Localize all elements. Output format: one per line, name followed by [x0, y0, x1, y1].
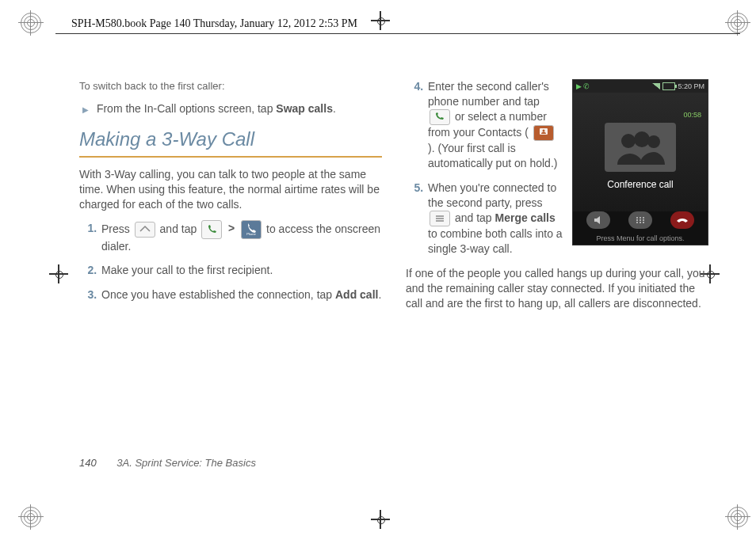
svg-point-5 [640, 217, 641, 219]
swap-calls-instruction: ▶ From the In-Call options screen, tap S… [79, 101, 382, 116]
heading-rule [79, 156, 382, 158]
status-bar: ▶ ✆ 5:20 PM [573, 80, 708, 93]
svg-point-2 [634, 131, 650, 147]
s5b: and tap [455, 211, 495, 224]
svg-point-8 [640, 219, 641, 221]
registration-mark-top-left [21, 13, 41, 33]
call-elapsed: 00:58 [683, 110, 701, 120]
triangle-bullet-icon: ▶ [82, 105, 94, 114]
svg-point-12 [643, 222, 644, 223]
footer-section-title: 3A. Sprint Service: The Basics [116, 457, 256, 469]
steps-list-left: Press and tap > Phone to access the onsc… [79, 220, 382, 303]
step-3: Once you have established the connection… [100, 287, 382, 302]
signal-icon [652, 83, 660, 89]
mute-button[interactable] [586, 211, 610, 229]
registration-mark-bottom-left [21, 507, 41, 527]
phone-call-icon [201, 220, 222, 239]
swap-pre: From the In-Call options screen, tap [97, 102, 276, 115]
dial-call-icon [430, 109, 450, 125]
conference-avatar [605, 123, 676, 172]
status-time: 5:20 PM [678, 82, 704, 91]
end-call-button[interactable] [670, 211, 694, 229]
header-rule [55, 33, 740, 34]
crop-cross-bottom [371, 510, 390, 529]
svg-point-7 [636, 219, 638, 221]
step3-post: . [378, 288, 381, 301]
s5c: to combine both calls into a single 3-wa… [428, 227, 563, 255]
content-area: To switch back to the first caller: ▶ Fr… [79, 79, 708, 469]
running-head: SPH-M580.book Page 140 Thursday, January… [71, 17, 357, 30]
switch-back-lead: To switch back to the first caller: [79, 79, 382, 93]
svg-point-4 [636, 217, 638, 219]
svg-point-11 [640, 222, 641, 223]
swap-post: . [333, 102, 336, 115]
step1-pre: Press [101, 222, 133, 234]
intro-paragraph: With 3-Way calling, you can talk to two … [79, 167, 382, 212]
page-number: 140 [79, 457, 97, 469]
status-right: 5:20 PM [652, 82, 704, 91]
breadcrumb-caret: > [228, 221, 235, 236]
registration-mark-bottom-right [727, 507, 748, 527]
step-1: Press and tap > Phone to access the onsc… [100, 220, 382, 254]
handset-status-icon: ✆ [583, 82, 590, 91]
dialpad-button[interactable] [628, 211, 652, 229]
svg-point-6 [643, 217, 644, 219]
svg-point-3 [647, 135, 660, 148]
add-call-label: Add call [335, 288, 378, 301]
step1-mid: and tap [160, 222, 200, 234]
section-heading-3way: Making a 3-Way Call [79, 127, 382, 152]
crop-cross-left [49, 264, 68, 283]
svg-point-14 [542, 130, 544, 132]
status-left-icons: ▶ ✆ [576, 82, 590, 91]
svg-point-10 [636, 222, 638, 223]
call-area: 00:58 Conference call [573, 93, 708, 211]
swap-calls-label: Swap calls [276, 102, 333, 115]
svg-point-9 [643, 219, 644, 221]
phone-screenshot: ▶ ✆ 5:20 PM 00:58 Conference call [572, 79, 708, 245]
home-key-icon [135, 222, 155, 238]
column-left: To switch back to the first caller: ▶ Fr… [79, 79, 382, 469]
menu-hint: Press Menu for call options. [573, 234, 708, 243]
step3-pre: Once you have established the connection… [101, 288, 335, 301]
call-button-row [573, 210, 708, 230]
menu-key-icon [430, 211, 450, 226]
registration-mark-top-right [727, 13, 748, 33]
column-right: ▶ ✆ 5:20 PM 00:58 Conference call [406, 79, 708, 469]
s4c: ). (Your first call is automatically put… [428, 142, 557, 169]
page-root: SPH-M580.book Page 140 Thursday, January… [0, 0, 756, 540]
page-footer: 140 3A. Sprint Service: The Basics [79, 457, 256, 469]
battery-icon [662, 82, 675, 90]
crop-cross-top [371, 11, 390, 30]
call-status-icon: ▶ [576, 82, 582, 91]
s4a: Enter the second caller's phone number a… [428, 80, 549, 108]
conference-title: Conference call [607, 178, 673, 191]
merge-calls-label: Merge calls [495, 211, 556, 224]
svg-text:Phone: Phone [246, 232, 256, 236]
phone-app-icon: Phone [241, 220, 262, 239]
step-2: Make your call to the first recipient. [100, 263, 382, 278]
closing-paragraph: If one of the people you called hangs up… [406, 266, 708, 311]
svg-point-1 [621, 134, 636, 148]
s5a: When you're connected to the second part… [428, 181, 556, 209]
contacts-icon [533, 125, 554, 141]
